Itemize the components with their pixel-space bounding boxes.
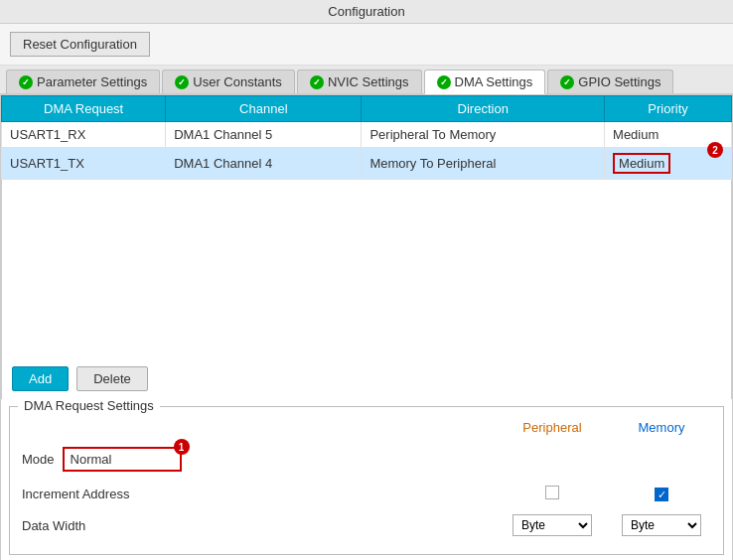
peripheral-data-width-wrapper: Byte Half Word Word: [493, 514, 612, 536]
data-width-row: Data Width Byte Half Word Word Byte Half…: [10, 508, 723, 542]
col-header-direction: Direction: [362, 96, 605, 122]
tab-check-icon: ✓: [560, 75, 574, 89]
action-buttons: Add Delete: [1, 358, 732, 399]
memory-increment-checkbox[interactable]: ✓: [655, 488, 668, 501]
priority-value: Medium: [613, 153, 670, 174]
tab-label: DMA Settings: [455, 74, 533, 89]
tab-label: User Constants: [193, 74, 282, 89]
add-button[interactable]: Add: [12, 366, 69, 391]
main-content: DMA Request Channel Direction Priority U…: [0, 94, 733, 560]
memory-data-width-wrapper: Byte Half Word Word: [612, 514, 711, 536]
memory-column-header: Memory: [612, 420, 711, 435]
tab-gpio-settings[interactable]: ✓ GPIO Settings: [547, 70, 673, 93]
badge-1: 1: [174, 439, 190, 455]
tab-user-constants[interactable]: ✓ User Constants: [162, 70, 295, 93]
col-header-channel: Channel: [166, 96, 362, 122]
tab-check-icon: ✓: [310, 75, 324, 89]
memory-increment-checkbox-wrapper: ✓: [612, 487, 711, 502]
peripheral-increment-checkbox[interactable]: [545, 486, 559, 499]
table-empty-area: [1, 180, 732, 358]
tab-label: Parameter Settings: [37, 74, 147, 89]
cell-dma-request: USART1_TX: [2, 148, 166, 180]
increment-address-label: Increment Address: [22, 487, 493, 501]
peripheral-data-width-select[interactable]: Byte Half Word Word: [513, 514, 592, 536]
data-width-label: Data Width: [22, 518, 493, 533]
col-header-dma-request: DMA Request: [2, 96, 166, 122]
cell-dma-request: USART1_RX: [2, 122, 166, 148]
table-row[interactable]: USART1_TX DMA1 Channel 4 Memory To Perip…: [2, 148, 732, 180]
cell-channel: DMA1 Channel 4: [166, 148, 362, 180]
mode-input-wrapper: 1: [63, 447, 182, 472]
tab-dma-settings[interactable]: ✓ DMA Settings: [424, 70, 546, 94]
cell-channel: DMA1 Channel 5: [166, 122, 362, 148]
settings-legend: DMA Request Settings: [18, 398, 160, 413]
mode-row: Mode 1: [10, 439, 723, 480]
increment-address-row: Increment Address ✓: [10, 480, 723, 508]
toolbar: Reset Configuration: [0, 24, 733, 66]
page-title: Configuration: [328, 4, 404, 19]
dma-table: DMA Request Channel Direction Priority U…: [1, 95, 732, 180]
tab-nvic-settings[interactable]: ✓ NVIC Settings: [297, 70, 422, 93]
title-bar: Configuration: [0, 0, 733, 24]
tab-parameter-settings[interactable]: ✓ Parameter Settings: [6, 70, 160, 93]
tab-check-icon: ✓: [19, 75, 33, 89]
col-header-priority: Priority: [605, 96, 732, 122]
tabs-bar: ✓ Parameter Settings ✓ User Constants ✓ …: [0, 66, 733, 94]
delete-button[interactable]: Delete: [76, 366, 148, 391]
peripheral-increment-checkbox-wrapper: [493, 486, 612, 502]
table-row[interactable]: USART1_RX DMA1 Channel 5 Peripheral To M…: [2, 122, 732, 148]
tab-label: GPIO Settings: [578, 74, 660, 89]
peripheral-column-header: Peripheral: [493, 420, 612, 435]
cell-direction: Peripheral To Memory: [362, 122, 605, 148]
tab-check-icon: ✓: [437, 75, 451, 89]
memory-data-width-select[interactable]: Byte Half Word Word: [622, 514, 701, 536]
settings-column-headers: Peripheral Memory: [10, 414, 723, 439]
reset-config-button[interactable]: Reset Configuration: [10, 32, 150, 57]
mode-input[interactable]: [63, 447, 182, 472]
cell-direction: Memory To Peripheral: [362, 148, 605, 180]
dma-request-settings: DMA Request Settings Peripheral Memory M…: [9, 399, 724, 555]
mode-label: Mode: [22, 452, 55, 467]
tab-label: NVIC Settings: [328, 74, 409, 89]
badge-2: 2: [707, 142, 723, 158]
tab-check-icon: ✓: [175, 75, 189, 89]
cell-priority priority-cell-selected: Medium 2: [605, 148, 732, 180]
